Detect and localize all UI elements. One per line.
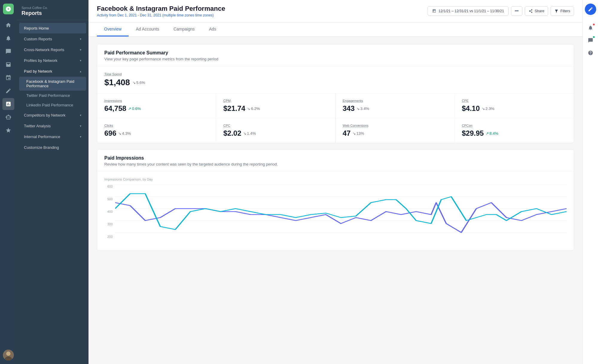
date-range-text: 12/1/21 – 12/31/21 vs 11/1/21 – 11/30/21 (439, 9, 504, 13)
metric-clicks: Clicks 696 ↘ 4.3% (97, 118, 216, 143)
metric-impressions: Impressions 64,758 ↗ 0.6% (97, 94, 216, 118)
metric-cpe: CPE $4.10 ↘ 2.3% (455, 94, 574, 118)
chevron-down-icon: ▾ (80, 124, 81, 128)
metric-label: Impressions (104, 99, 209, 103)
metric-value: 696 ↘ 4.3% (104, 129, 209, 137)
timezone-link[interactable]: multiple time zones (164, 13, 194, 17)
sidebar-subitem-fb-ig-paid[interactable]: Facebook & Instagram Paid Performance (19, 77, 86, 91)
sidebar-subitem-twitter-paid[interactable]: Twitter Paid Performance (19, 91, 86, 100)
sidebar-item-profiles-by-network[interactable]: Profiles by Network ▾ (19, 55, 86, 66)
metric-engagements: Engagements 343 ↘ 3.4% (335, 94, 455, 118)
sidebar-item-cross-network[interactable]: Cross-Network Reports ▾ (19, 45, 86, 55)
metric-change: ↘ 2.3% (482, 106, 495, 111)
tab-campaigns[interactable]: Campaigns (166, 22, 202, 36)
impressions-card-subtitle: Review how many times your content was s… (104, 162, 567, 166)
metric-change: ↘ 6.2% (247, 106, 260, 111)
header-left: Facebook & Instagram Paid Performance Ac… (97, 5, 225, 17)
sidebar-item-internal-performance[interactable]: Internal Performance ▾ (19, 131, 86, 142)
filters-label: Filters (560, 9, 570, 13)
y-label-500: 500 (104, 197, 113, 201)
help-icon[interactable] (585, 47, 596, 59)
nav-pin-icon[interactable] (2, 72, 14, 84)
y-label-400: 400 (104, 210, 113, 213)
tabs-bar: Overview Ad Accounts Campaigns Ads (89, 22, 582, 37)
y-label-600: 600 (104, 185, 113, 188)
nav-bell-icon[interactable] (2, 32, 14, 44)
chat-icon[interactable] (585, 35, 596, 46)
chart-canvas (115, 185, 567, 244)
metric-value: $21.74 ↘ 6.2% (223, 104, 328, 113)
notifications-icon[interactable] (585, 22, 596, 33)
chart-svg (115, 185, 567, 244)
paid-performance-summary-card: Paid Performance Summary View your key p… (97, 44, 574, 143)
sidebar-item-label: Customize Branding (24, 145, 59, 150)
summary-card-title: Paid Performance Summary (104, 50, 567, 56)
sidebar-item-label: Twitter Analysis (24, 124, 51, 128)
impressions-card-header: Paid Impressions Review how many times y… (97, 149, 574, 172)
metrics-right-col: Engagements 343 ↘ 3.4% CPE $4.10 ↘ 2.3% (335, 94, 574, 143)
tab-overview[interactable]: Overview (97, 22, 129, 36)
sidebar-item-label: Profiles by Network (24, 58, 57, 63)
share-button[interactable]: Share (525, 6, 548, 16)
date-range-button[interactable]: 12/1/21 – 12/31/21 vs 11/1/21 – 11/30/21 (428, 6, 509, 16)
share-label: Share (535, 9, 544, 13)
nav-inbox-icon[interactable] (2, 59, 14, 71)
total-spend-label: Total Spend (104, 72, 567, 76)
nav-bot-icon[interactable] (2, 111, 14, 123)
impressions-card-title: Paid Impressions (104, 155, 567, 161)
total-spend-section: Total Spend $1,408 ↘ 5.6% (97, 66, 574, 94)
summary-card-subtitle: View your key page performance metrics f… (104, 57, 567, 61)
more-dots-icon: ••• (515, 9, 519, 13)
sidebar-item-label: Competitors by Network (24, 113, 65, 117)
main-content: Facebook & Instagram Paid Performance Ac… (89, 0, 582, 364)
chevron-down-icon: ▾ (80, 135, 81, 138)
sidebar-nav: Reports Home Custom Reports ▾ Cross-Netw… (17, 20, 89, 155)
page-header: Facebook & Instagram Paid Performance Ac… (89, 0, 582, 22)
nav-star-icon[interactable] (2, 124, 14, 136)
metric-cpcon: CPCon $29.95 ↗ 8.4% (455, 118, 574, 143)
sidebar-item-customize-branding[interactable]: Customize Branding (19, 142, 86, 153)
chart-area: Impressions Comparison, by Day 600 500 4… (97, 172, 574, 250)
tab-ads[interactable]: Ads (202, 22, 223, 36)
sidebar-item-paid-by-network[interactable]: Paid by Network ▴ (19, 66, 86, 77)
metric-label: Engagements (343, 99, 447, 103)
metric-value: 64,758 ↗ 0.6% (104, 104, 209, 113)
nav-home-icon[interactable] (2, 19, 14, 31)
chart-label: Impressions Comparison, by Day (104, 178, 567, 181)
total-spend-value: $1,408 ↘ 5.6% (104, 78, 567, 87)
metric-value: 343 ↘ 3.4% (343, 104, 447, 113)
sidebar-header: Sprout Coffee Co. Reports (17, 0, 89, 20)
y-label-300: 300 (104, 222, 113, 226)
sidebar-item-label: Paid by Network (24, 69, 52, 74)
compose-fab-button[interactable] (585, 4, 596, 15)
metric-cpm: CPM $21.74 ↘ 6.2% (216, 94, 335, 118)
svg-point-1 (6, 351, 10, 356)
sidebar-item-custom-reports[interactable]: Custom Reports ▾ (19, 34, 86, 44)
sidebar-item-reports-home[interactable]: Reports Home (19, 23, 86, 33)
left-icon-rail (0, 0, 17, 364)
right-icon-rail (582, 0, 598, 364)
metric-change: ↘ 3.4% (356, 106, 369, 111)
user-avatar[interactable] (3, 350, 14, 360)
tab-ad-accounts[interactable]: Ad Accounts (129, 22, 166, 36)
nav-message-icon[interactable] (2, 45, 14, 57)
metric-change: ↘ 1.4% (243, 131, 256, 136)
sidebar-item-twitter-analysis[interactable]: Twitter Analysis ▾ (19, 121, 86, 131)
more-options-button[interactable]: ••• (511, 6, 523, 16)
metric-change: ↗ 8.4% (486, 131, 498, 136)
notification-badge (593, 23, 595, 26)
metric-label: CPC (223, 124, 328, 127)
nav-compose-icon[interactable] (2, 85, 14, 97)
filters-button[interactable]: Filters (550, 6, 574, 16)
metric-value: $2.02 ↘ 1.4% (223, 129, 328, 137)
nav-reports-icon[interactable] (2, 98, 14, 110)
sidebar-item-competitors-by-network[interactable]: Competitors by Network ▾ (19, 110, 86, 120)
app-title: Reports (22, 10, 84, 16)
sidebar-subitem-linkedin-paid[interactable]: LinkedIn Paid Performance (19, 100, 86, 110)
company-name: Sprout Coffee Co. (22, 6, 84, 10)
metric-label: CPE (462, 99, 567, 103)
summary-card-header: Paid Performance Summary View your key p… (97, 44, 574, 66)
metric-cpc: CPC $2.02 ↘ 1.4% (216, 118, 335, 143)
scroll-area[interactable]: Paid Performance Summary View your key p… (89, 37, 582, 364)
sidebar-item-label: Internal Performance (24, 134, 60, 139)
